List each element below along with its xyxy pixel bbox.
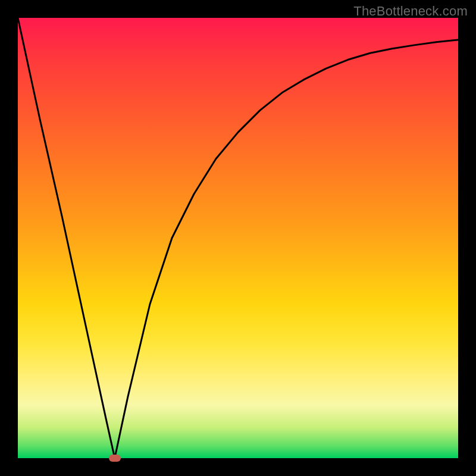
minimum-marker — [109, 455, 121, 462]
chart-frame: TheBottleneck.com — [0, 0, 476, 476]
plot-area — [18, 18, 458, 458]
bottleneck-curve — [18, 18, 458, 458]
attribution-text: TheBottleneck.com — [353, 4, 468, 19]
curve-svg — [18, 18, 458, 458]
